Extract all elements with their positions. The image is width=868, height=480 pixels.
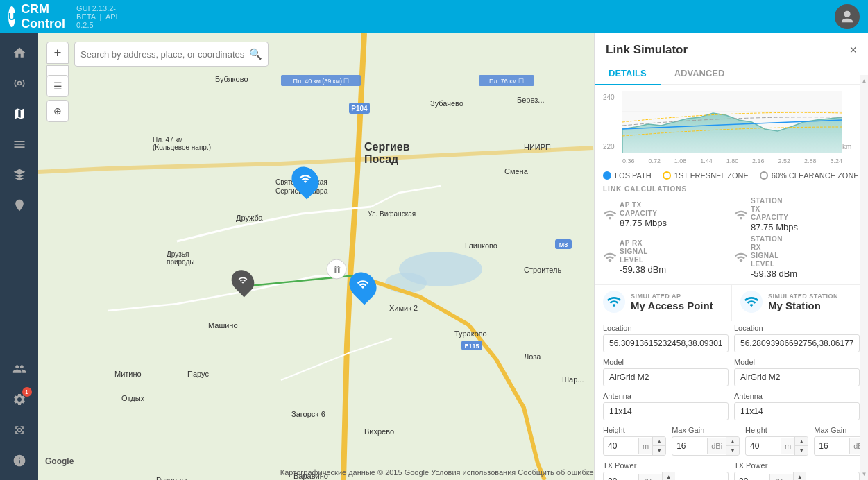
chart-x-2.88: 2.88 xyxy=(804,157,817,164)
ap-height-spinner: m ▲ ▼ xyxy=(603,436,666,456)
sidebar-item-poi[interactable] xyxy=(6,191,33,219)
ap-maxgain-input[interactable] xyxy=(672,438,707,454)
ap-model-label: Model xyxy=(603,358,729,366)
ap-antenna-input[interactable] xyxy=(603,402,729,420)
search-input[interactable] xyxy=(80,49,249,60)
ap-model-input[interactable] xyxy=(603,368,729,386)
station-tx-power-spinner: dBm ▲ ▼ xyxy=(734,472,860,480)
panel-tabs: DETAILS ADVANCED xyxy=(595,62,868,85)
ap-location-input[interactable] xyxy=(603,334,729,352)
station-tx-power-up[interactable]: ▲ xyxy=(794,472,806,480)
station-tx-power-input[interactable] xyxy=(735,473,769,480)
station-maxgain-input[interactable] xyxy=(815,438,849,454)
sidebar-item-network[interactable] xyxy=(6,69,33,97)
station-tx-power-unit: dBm xyxy=(769,474,793,480)
chart-x-unit: km xyxy=(842,91,860,166)
station-height-label: Height xyxy=(745,426,808,434)
ap-device-icon xyxy=(603,291,625,313)
station-rx-signal-value: -59.38 dBm xyxy=(751,268,797,279)
signal-icon xyxy=(603,208,617,222)
ap-height-input[interactable] xyxy=(604,438,638,454)
legend-fresnel-label: 1ST FRESNEL ZONE xyxy=(674,171,749,180)
svg-text:🗑: 🗑 xyxy=(332,264,341,275)
map-list-button[interactable]: ☰ xyxy=(46,75,69,97)
station-location-input[interactable] xyxy=(734,334,860,352)
ap-height-label: Height xyxy=(603,426,666,434)
sidebar-item-key[interactable] xyxy=(6,416,33,444)
station-antenna-input[interactable] xyxy=(734,402,860,420)
sidebar-item-map[interactable] xyxy=(6,100,33,128)
station-name: My Station xyxy=(768,300,838,311)
height-maxgain-fields: Height m ▲ ▼ Max Gain xyxy=(595,423,868,458)
panel-close-button[interactable]: × xyxy=(849,44,857,56)
chart-x-1.08: 1.08 xyxy=(674,157,687,164)
panel-scrollbar[interactable]: ▲ ▼ xyxy=(860,75,868,480)
ap-tx-power-up[interactable]: ▲ xyxy=(663,472,675,480)
station-height-group: Height m ▲ ▼ xyxy=(745,426,808,456)
map-search[interactable]: 🔍 xyxy=(74,42,269,67)
panel-header: Link Simulator × xyxy=(595,33,868,57)
ap-rx-signal-value: -59.38 dBm xyxy=(620,264,666,275)
ap-location-label: Location xyxy=(603,324,729,332)
sidebar-item-users[interactable] xyxy=(6,355,33,383)
legend-los: LOS PATH xyxy=(603,171,652,180)
ap-maxgain-up[interactable]: ▲ xyxy=(726,437,739,446)
user-avatar[interactable] xyxy=(835,4,860,29)
map-layers-button[interactable]: ⊕ xyxy=(46,100,69,122)
ap-height-down[interactable]: ▼ xyxy=(653,446,665,455)
sidebar-item-info[interactable] xyxy=(6,447,33,474)
ap-height-unit: m xyxy=(638,438,652,454)
scroll-up-arrow[interactable]: ▲ xyxy=(862,78,867,84)
ap-location-group: Location xyxy=(603,324,729,352)
sidebar-item-list[interactable] xyxy=(6,130,33,158)
navbar: U CRM Control GUI 2.13.2-BETA | API 0.2.… xyxy=(0,0,868,33)
ap-tx-power-input[interactable] xyxy=(604,473,638,480)
link-calculations: LINK CALCULATIONS AP TXCAPACITY 87.75 Mb… xyxy=(595,185,868,284)
ap-type-label: SIMULATED AP xyxy=(631,293,713,300)
scroll-down-arrow[interactable]: ▼ xyxy=(862,471,867,477)
link-calc-label: LINK CALCULATIONS xyxy=(603,185,860,193)
ubnt-logo-icon: U xyxy=(8,6,15,27)
tab-details[interactable]: DETAILS xyxy=(595,62,661,85)
ap-height-spinner-btns: ▲ ▼ xyxy=(652,437,665,455)
ap-antenna-group: Antenna xyxy=(603,392,729,420)
chart-x-0.36: 0.36 xyxy=(622,157,635,164)
ap-marker[interactable] xyxy=(293,166,318,195)
logo-block: U CRM Control GUI 2.13.2-BETA | API 0.2.… xyxy=(0,2,118,31)
sidebar-item-home[interactable] xyxy=(6,39,33,67)
zoom-in-button[interactable]: + xyxy=(46,42,69,64)
svg-text:М8: М8 xyxy=(559,241,568,248)
tab-advanced[interactable]: ADVANCED xyxy=(661,62,739,85)
station-location-label: Location xyxy=(734,324,860,332)
ap-maxgain-group: Max Gain dBi ▲ ▼ xyxy=(672,426,740,456)
station-tx-capacity-value: 87.75 Mbps xyxy=(751,222,798,232)
panel-title: Link Simulator xyxy=(606,43,688,57)
station-marker[interactable] xyxy=(350,271,375,300)
station-height-up[interactable]: ▲ xyxy=(795,437,808,446)
ap-maxgain-down[interactable]: ▼ xyxy=(726,446,739,455)
sim-devices-row: SIMULATED AP My Access Point SIMULATED S… xyxy=(595,284,868,321)
ap-height-maxgain: Height m ▲ ▼ Max Gain xyxy=(603,426,740,456)
sidebar-item-layers[interactable] xyxy=(6,161,33,189)
station-antenna-label: Antenna xyxy=(734,392,860,400)
station-height-input[interactable] xyxy=(746,438,781,454)
chart-y-label-220: 220 xyxy=(603,143,622,151)
sidebar-item-settings[interactable]: 1 xyxy=(6,386,33,413)
secondary-marker[interactable] xyxy=(232,269,253,293)
station-tx-capacity-label: STATION TXCAPACITY xyxy=(751,197,789,222)
ap-tx-power-spinner-btns: ▲ ▼ xyxy=(662,472,675,480)
station-antenna-group: Antenna xyxy=(734,392,860,420)
station-height-down[interactable]: ▼ xyxy=(795,446,808,455)
legend-fresnel: 1ST FRESNEL ZONE xyxy=(663,171,749,180)
version-info: GUI 2.13.2-BETA | API 0.2.5 xyxy=(76,4,118,29)
station-height-spinner-btns: ▲ ▼ xyxy=(794,437,808,455)
legend-clearance-label: 60% CLEARANCE ZONE xyxy=(772,171,859,180)
svg-point-1 xyxy=(17,82,21,85)
ap-tx-power-group: TX Power dBm ▲ ▼ xyxy=(603,461,729,480)
ap-height-up[interactable]: ▲ xyxy=(653,437,665,446)
station-model-input[interactable] xyxy=(734,368,860,386)
ap-tx-power-label: TX Power xyxy=(603,461,729,470)
search-icon: 🔍 xyxy=(249,48,262,60)
station-type-label: SIMULATED STATION xyxy=(768,293,838,300)
ap-tx-capacity-label: AP TXCAPACITY xyxy=(620,201,658,218)
